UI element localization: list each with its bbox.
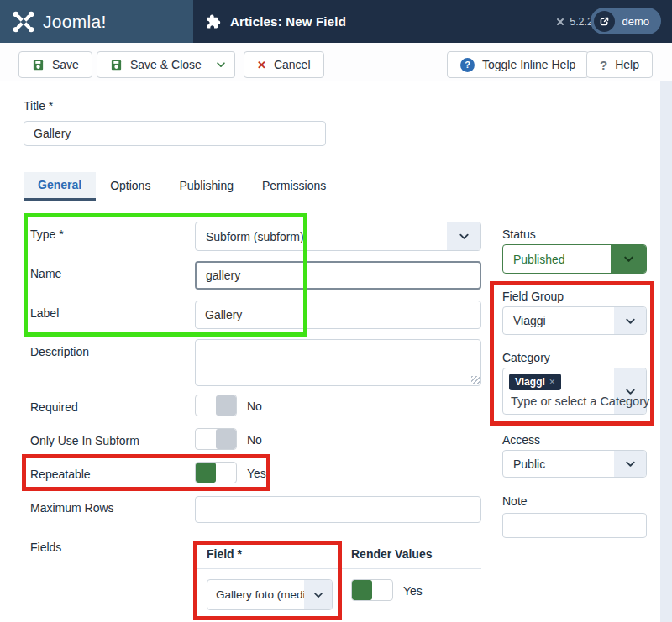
label-label: Label xyxy=(30,306,59,320)
type-select[interactable]: Subform (subform) xyxy=(195,222,481,251)
repeatable-state: Yes xyxy=(247,467,266,480)
cancel-label: Cancel xyxy=(274,58,311,71)
page-title-text: Articles: New Field xyxy=(230,14,346,29)
category-tag-label: Viaggi xyxy=(515,376,545,388)
page-title: Articles: New Field xyxy=(205,0,346,43)
tab-publishing[interactable]: Publishing xyxy=(165,172,248,201)
chevron-down-icon xyxy=(614,307,646,334)
required-toggle[interactable] xyxy=(195,395,237,416)
toggle-inline-help-label: Toggle Inline Help xyxy=(482,58,575,71)
maximum-rows-label: Maximum Rows xyxy=(30,501,114,515)
subfield-field-select[interactable]: Gallery foto (media) xyxy=(207,579,333,610)
joomla-mini-icon xyxy=(555,17,565,27)
cancel-button[interactable]: ✕ Cancel xyxy=(244,51,324,78)
type-select-value: Subform (subform) xyxy=(206,230,304,243)
render-values-header: Render Values xyxy=(351,547,433,561)
render-values-toggle[interactable] xyxy=(351,579,393,601)
access-select[interactable]: Public xyxy=(502,450,647,478)
puzzle-icon xyxy=(205,13,221,29)
demo-label: demo xyxy=(622,15,649,28)
tab-general[interactable]: General xyxy=(24,172,96,201)
status-label: Status xyxy=(502,227,536,241)
field-group-select[interactable]: Viaggi xyxy=(502,306,647,335)
chevron-down-icon xyxy=(304,580,332,609)
external-link-icon xyxy=(594,11,615,32)
status-select[interactable]: Published xyxy=(502,244,647,274)
remove-tag-icon[interactable]: × xyxy=(549,376,555,388)
label-input[interactable] xyxy=(195,301,481,329)
only-use-in-subform-state: No xyxy=(247,433,262,447)
subfield-field-header: Field * xyxy=(207,547,242,561)
access-label: Access xyxy=(502,433,540,447)
category-label: Category xyxy=(502,351,550,364)
type-label: Type * xyxy=(30,227,64,241)
note-label: Note xyxy=(502,494,528,508)
version-text: 5.2.2 xyxy=(570,16,593,28)
render-values-state: Yes xyxy=(403,584,423,598)
chevron-down-icon xyxy=(447,222,480,250)
field-group-select-value: Viaggi xyxy=(513,314,546,327)
save-options-dropdown-button[interactable] xyxy=(207,51,235,78)
repeatable-toggle[interactable] xyxy=(195,462,237,483)
tab-options[interactable]: Options xyxy=(96,172,165,201)
help-label: Help xyxy=(615,58,639,71)
save-label: Save xyxy=(52,58,79,71)
cancel-x-icon: ✕ xyxy=(257,59,266,71)
required-state: No xyxy=(247,400,262,413)
toggle-inline-help-button[interactable]: ? Toggle Inline Help xyxy=(447,51,589,78)
subfield-field-value: Gallery foto (media) xyxy=(216,588,316,601)
chevron-down-icon xyxy=(614,451,646,477)
category-placeholder: Type or select a Category xyxy=(511,395,649,408)
repeatable-label: Repeatable xyxy=(30,468,91,481)
version-indicator: 5.2.2 xyxy=(555,0,593,43)
status-select-value: Published xyxy=(513,253,565,266)
field-group-label: Field Group xyxy=(502,290,564,303)
category-combobox[interactable]: Viaggi × Type or select a Category xyxy=(502,368,647,415)
only-use-in-subform-toggle[interactable] xyxy=(195,428,237,450)
logo-text: Joomla! xyxy=(43,12,107,32)
tab-permissions[interactable]: Permissions xyxy=(248,172,340,201)
subfield-header-divider xyxy=(195,568,481,569)
inline-help-icon: ? xyxy=(460,58,475,72)
only-use-in-subform-label: Only Use In Subform xyxy=(30,434,139,447)
save-and-close-button[interactable]: Save & Close xyxy=(97,51,215,78)
help-button[interactable]: ? Help xyxy=(586,51,653,78)
page-background-strip xyxy=(660,81,672,622)
title-label: Title * xyxy=(24,99,53,112)
description-textarea[interactable] xyxy=(195,339,481,386)
save-and-close-label: Save & Close xyxy=(130,58,202,71)
header-bar: Joomla! Articles: New Field 5.2.2 xyxy=(0,0,672,43)
tab-bar: General Options Publishing Permissions xyxy=(24,172,660,201)
description-label: Description xyxy=(30,345,89,358)
maximum-rows-input[interactable] xyxy=(195,496,481,523)
access-select-value: Public xyxy=(513,457,545,471)
name-input[interactable] xyxy=(195,261,481,290)
save-icon xyxy=(110,59,123,71)
note-input[interactable] xyxy=(502,513,647,538)
name-label: Name xyxy=(30,267,61,280)
demo-site-button[interactable]: demo xyxy=(591,8,661,34)
joomla-logo-icon xyxy=(12,10,35,34)
required-label: Required xyxy=(30,400,78,414)
save-icon xyxy=(32,59,45,71)
chevron-down-icon xyxy=(611,245,646,273)
fields-label: Fields xyxy=(30,541,61,554)
title-input[interactable] xyxy=(24,121,326,146)
joomla-admin-screen: Joomla! Articles: New Field 5.2.2 xyxy=(0,0,672,622)
help-question-icon: ? xyxy=(600,58,607,72)
joomla-brand[interactable]: Joomla! xyxy=(0,0,193,43)
category-tag: Viaggi × xyxy=(509,374,561,390)
chevron-down-icon xyxy=(215,59,227,71)
save-button[interactable]: Save xyxy=(18,51,92,78)
